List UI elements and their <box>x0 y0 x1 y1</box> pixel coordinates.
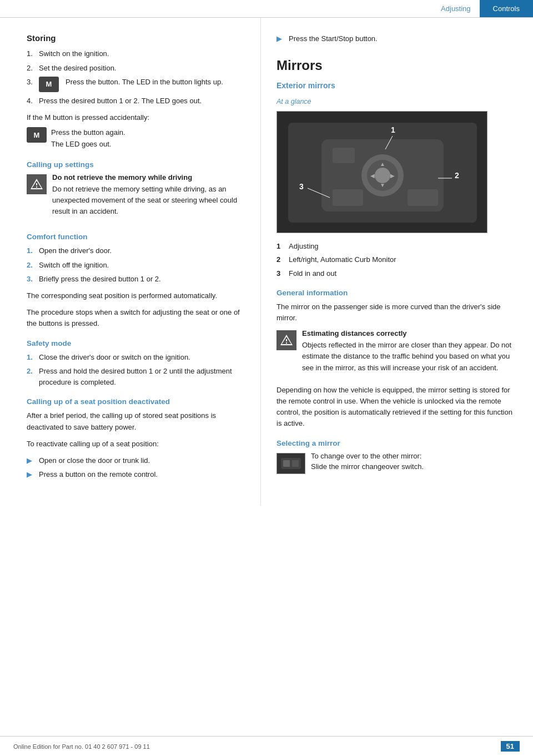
svg-rect-6 <box>333 189 363 206</box>
start-stop-bullet: ▶ Press the Start/Stop button. <box>276 33 515 44</box>
warning-block-calling: Do not retrieve the memory while driving… <box>27 173 243 223</box>
left-column: Storing 1. Switch on the ignition. 2. Se… <box>0 18 261 506</box>
mirror-ref-list: 1 Adjusting 2 Left/right, Automatic Curb… <box>276 241 515 279</box>
svg-rect-21 <box>292 460 299 467</box>
comfort-function-section: Comfort function 1. Open the driver's do… <box>27 233 243 329</box>
mirrors-title: Mirrors <box>276 58 515 73</box>
deactivated-bullet-2: ▶ Press a button on the remote control. <box>27 469 243 480</box>
general-para: The mirror on the passenger side is more… <box>276 301 515 324</box>
if-note: If the M button is pressed accidentally: <box>27 112 243 123</box>
footer-text: Online Edition for Part no. 01 40 2 607 … <box>13 743 150 750</box>
svg-rect-20 <box>283 460 290 467</box>
page-number: 51 <box>501 741 520 752</box>
svg-text:3: 3 <box>299 182 304 191</box>
calling-up-settings-section: Calling up settings Do not retrieve the … <box>27 160 243 223</box>
exterior-mirrors-title: Exterior mirrors <box>276 81 515 90</box>
comfort-para2: The procedure stops when a switch for ad… <box>27 307 243 329</box>
storing-step-2: 2. Set the desired position. <box>27 63 243 74</box>
selecting-mirror-block: To change over to the other mirror: Slid… <box>276 452 515 474</box>
comfort-function-title: Comfort function <box>27 233 243 241</box>
ref-item-3: 3 Fold in and out <box>276 268 515 279</box>
storing-step-3: 3. M Press the button. The LED in the bu… <box>27 77 243 92</box>
svg-text:1: 1 <box>391 125 395 134</box>
ref-item-1: 1 Adjusting <box>276 241 515 252</box>
deactivated-bullet-1: ▶ Open or close the door or trunk lid. <box>27 455 243 466</box>
safety-mode-title: Safety mode <box>27 339 243 347</box>
comfort-para1: The corresponding seat position is perfo… <box>27 290 243 301</box>
header-controls-label: Controls <box>480 0 533 17</box>
warning-icon-calling <box>27 174 47 194</box>
storing-step-4: 4. Press the desired button 1 or 2. The … <box>27 95 243 107</box>
press-again-block: M Press the button again. The LED goes o… <box>27 127 243 150</box>
selecting-mirror-section: Selecting a mirror To change over to the… <box>276 439 515 474</box>
safety-mode-section: Safety mode 1. Close the driver's door o… <box>27 339 243 388</box>
safety-step-1: 1. Close the driver's door or switch on … <box>27 352 243 363</box>
comfort-step-2: 2. Switch off the ignition. <box>27 260 243 271</box>
mirror-image: ▲ ▼ ◀ ▶ 1 2 3 <box>276 111 487 233</box>
svg-text:◀: ◀ <box>370 173 375 179</box>
safety-list: 1. Close the driver's door or switch on … <box>27 352 243 388</box>
warning-icon-distance <box>276 330 296 350</box>
deactivated-para1: After a brief period, the calling up of … <box>27 410 243 432</box>
deactivated-para2: To reactivate calling up of a seat posit… <box>27 439 243 450</box>
svg-text:▼: ▼ <box>380 182 385 188</box>
storing-section: Storing 1. Switch on the ignition. 2. Se… <box>27 33 243 150</box>
calling-up-deactivated-section: Calling up of a seat position deactivate… <box>27 397 243 480</box>
general-info-title: General information <box>276 289 515 297</box>
mirror-selector-icon <box>276 453 305 474</box>
storing-list: 1. Switch on the ignition. 2. Set the de… <box>27 48 243 107</box>
calling-up-deactivated-title: Calling up of a seat position deactivate… <box>27 397 243 406</box>
exterior-mirrors-section: Exterior mirrors At a glance <box>276 81 515 279</box>
right-column: ▶ Press the Start/Stop button. Mirrors E… <box>261 18 533 506</box>
at-a-glance-label: At a glance <box>276 98 515 105</box>
calling-up-settings-title: Calling up settings <box>27 160 243 169</box>
comfort-list: 1. Open the driver's door. 2. Switch off… <box>27 245 243 285</box>
m-button-icon-3: M <box>39 77 59 92</box>
general-info-section: General information The mirror on the pa… <box>276 289 515 429</box>
storing-title: Storing <box>27 33 243 43</box>
main-content: Storing 1. Switch on the ignition. 2. Se… <box>0 18 533 506</box>
m-button-icon-again: M <box>27 127 47 143</box>
svg-point-5 <box>375 168 390 183</box>
comfort-step-1: 1. Open the driver's door. <box>27 245 243 256</box>
safety-step-2: 2. Press and hold the desired button 1 o… <box>27 366 243 387</box>
storing-step-1: 1. Switch on the ignition. <box>27 48 243 59</box>
comfort-step-3: 3. Briefly press the desired button 1 or… <box>27 274 243 285</box>
page-footer: Online Edition for Part no. 01 40 2 607 … <box>0 736 533 756</box>
svg-rect-8 <box>333 148 355 163</box>
svg-text:▶: ▶ <box>390 173 395 179</box>
page-header: Adjusting Controls <box>0 0 533 18</box>
ref-item-2: 2 Left/right, Automatic Curb Monitor <box>276 254 515 265</box>
svg-text:2: 2 <box>455 171 459 180</box>
warning-block-distance: Estimating distances correctly Objects r… <box>276 329 515 379</box>
selecting-mirror-title: Selecting a mirror <box>276 439 515 447</box>
svg-rect-7 <box>408 189 438 206</box>
depend-para: Depending on how the vehicle is equipped… <box>276 385 515 430</box>
header-adjusting-label: Adjusting <box>432 4 479 13</box>
svg-text:▲: ▲ <box>380 161 385 167</box>
